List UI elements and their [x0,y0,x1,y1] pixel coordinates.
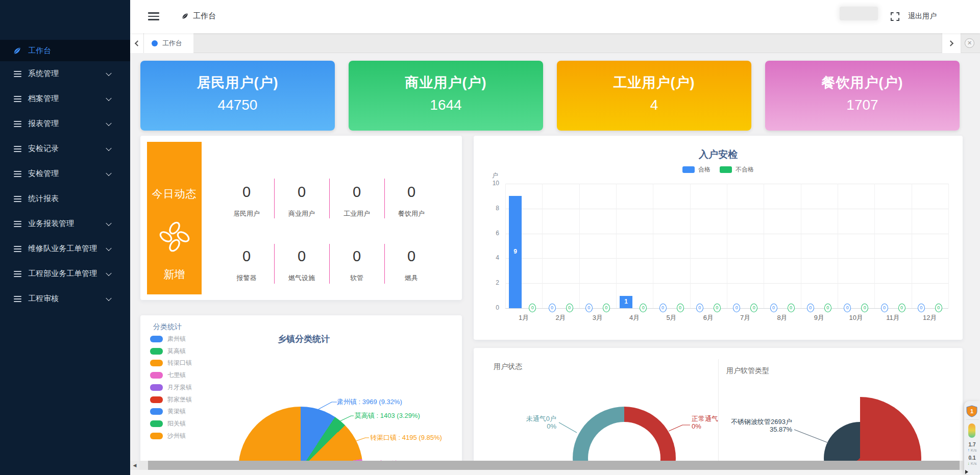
sidebar-item-workbench[interactable]: 工作台 [0,40,130,61]
zero-badge-不合格[interactable]: 0 [861,304,868,312]
download-speed-widget[interactable]: 1 1.7 ↑ K/s 0.1 ↓ K/s [964,401,980,475]
sidebar-item[interactable]: 业务报装管理 [0,211,130,236]
legend-item[interactable]: 合格 [682,165,710,174]
x-tick-label: 10月 [841,313,871,322]
sidebar-item[interactable]: 安检管理 [0,161,130,186]
zero-badge-不合格[interactable]: 0 [788,304,795,312]
today-title: 今日动态 [147,187,202,201]
pie-legend-item[interactable]: 莫高镇 [150,347,186,356]
bar-合格[interactable]: 1 [620,296,632,308]
x-tick-label: 3月 [582,313,613,322]
legend-swatch [150,348,163,355]
zero-badge-不合格[interactable]: 0 [640,304,647,312]
legend-label: 肃州镇 [167,335,186,343]
pie-legend-item[interactable]: 转渠口镇 [150,359,192,367]
towns-pie-panel[interactable]: 分类统计 肃州镇莫高镇转渠口镇七里镇月牙泉镇郭家堡镇黄渠镇阳关镇沙州镇 乡镇分类… [140,315,462,475]
sidebar-item[interactable]: 系统管理 [0,61,130,86]
menu-lines-icon [14,146,21,152]
menu-lines-icon [14,296,21,302]
sidebar-item-label: 报表管理 [28,119,59,129]
chevron-down-icon [106,70,111,76]
grid-line-vertical [801,184,801,308]
bar-合格[interactable]: 9 [509,196,522,308]
logout-button[interactable]: 退出用户 [908,12,937,21]
sidebar-item-label: 安检记录 [28,144,59,154]
zero-badge-合格[interactable]: 0 [549,304,556,312]
scroll-left-button[interactable]: ◀ [130,461,139,470]
zero-badge-合格[interactable]: 0 [881,304,888,312]
zero-badge-不合格[interactable]: 0 [529,304,536,312]
zero-badge-不合格[interactable]: 0 [898,304,905,312]
pink-divider [329,244,330,284]
today-stat-value: 0 [274,184,329,201]
legend-item[interactable]: 不合格 [720,165,754,174]
sidebar-item[interactable]: 报表管理 [0,111,130,136]
zero-badge-不合格[interactable]: 0 [824,304,831,312]
pie-legend-item[interactable]: 沙州镇 [150,432,186,440]
zero-badge-合格[interactable]: 0 [918,304,925,312]
zero-badge-合格[interactable]: 0 [659,304,667,312]
today-activity-panel: 今日动态 新增 0居民用户0商业用户0工业用户0餐饮用户0报警器0燃气设施0软管… [140,136,462,300]
sidebar-item[interactable]: 维修队业务工单管理 [0,236,130,261]
pie-legend-item[interactable]: 七里镇 [150,371,186,380]
horizontal-scrollbar[interactable]: ◀ [130,461,980,470]
hamburger-menu-icon[interactable] [148,12,159,20]
pie-legend-item[interactable]: 黄渠镇 [150,407,186,416]
sidebar-item[interactable]: 工程部业务工单管理 [0,261,130,286]
zero-badge-不合格[interactable]: 0 [603,304,610,312]
x-tick-label: 1月 [508,313,539,322]
grid-line-vertical [838,184,838,308]
legend-label: 月牙泉镇 [167,383,192,392]
pie-label: 不锈钢波纹管2693户35.87% [710,418,792,433]
zero-badge-不合格[interactable]: 0 [714,304,721,312]
fullscreen-icon[interactable] [891,12,899,21]
y-tick-label: 10 [484,180,499,187]
zero-badge-不合格[interactable]: 0 [566,304,573,312]
legend-label: 七里镇 [167,371,186,380]
zero-badge-合格[interactable]: 0 [696,304,703,312]
sidebar-item[interactable]: 档案管理 [0,86,130,111]
zero-badge-合格[interactable]: 0 [733,304,740,312]
user-name-blurred[interactable] [840,7,878,20]
chart-title: 用户状态 [494,362,522,371]
legend-label: 不合格 [736,165,754,174]
legend-swatch [150,420,163,427]
stat-card[interactable]: 餐饮用户(户)1707 [765,61,960,131]
legend-swatch [150,336,163,342]
zero-badge-不合格[interactable]: 0 [750,304,757,312]
tab-active-dot [152,40,158,46]
sidebar-item[interactable]: 安检记录 [0,136,130,161]
svg-text:1: 1 [970,408,973,414]
zero-badge-不合格[interactable]: 0 [935,304,942,312]
stat-card[interactable]: 居民用户(户)44750 [140,61,335,131]
stat-card-value: 1644 [349,97,543,113]
x-tick-label: 12月 [915,313,945,322]
upload-speed-unit: ↑ K/s [964,448,980,453]
zero-badge-合格[interactable]: 0 [585,304,593,312]
zero-badge-不合格[interactable]: 0 [677,304,684,312]
panel-divider [718,359,719,475]
pie-legend-item[interactable]: 月牙泉镇 [150,383,192,392]
zero-badge-合格[interactable]: 0 [807,304,814,312]
tabs-scroll-right-button[interactable] [942,33,961,53]
pie-legend-item[interactable]: 阳关镇 [150,419,186,428]
stat-card[interactable]: 工业用户(户)4 [557,61,751,131]
status-charts-panel[interactable]: 用户状态 用户软管类型 未通气0户0% 正常通气0户0% 不锈钢波纹管2693户… [474,348,963,475]
scrollbar-thumb[interactable] [148,461,960,470]
menu-lines-icon [14,96,21,102]
grid-line-vertical [912,184,912,308]
pie-legend-item[interactable]: 肃州镇 [150,335,186,343]
today-stat-value: 0 [384,184,439,201]
today-stat-value: 0 [219,248,274,265]
pie-legend-item[interactable]: 郭家堡镇 [150,395,192,404]
tab-workbench[interactable]: 工作台 [144,33,193,53]
sidebar-item[interactable]: 工程审核 [0,286,130,311]
tabs-scroll-left-button[interactable] [130,33,144,53]
donut-label-name: 未通气0户 [495,415,556,422]
stat-card[interactable]: 商业用户(户)1644 [349,61,543,131]
inspection-chart-panel[interactable]: 入户安检 合格不合格 户0246810901月002月003月104月005月0… [474,136,963,340]
tab-close-icon[interactable]: ✕ [965,38,974,48]
sidebar-item[interactable]: 统计报表 [0,186,130,211]
zero-badge-合格[interactable]: 0 [770,304,777,312]
zero-badge-合格[interactable]: 0 [844,304,851,312]
